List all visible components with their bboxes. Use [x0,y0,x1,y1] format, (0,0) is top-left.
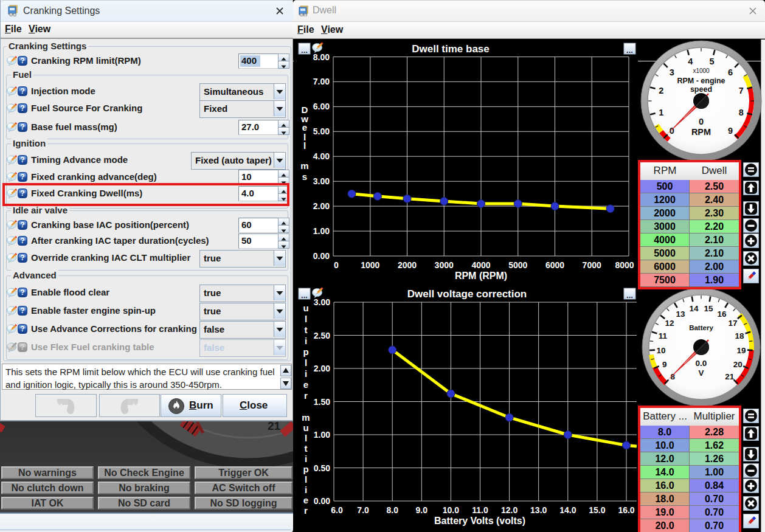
svg-text:?: ? [20,221,24,229]
svg-text:?: ? [20,325,24,333]
svg-text:m: m [302,412,310,423]
svg-text:1.00: 1.00 [313,226,330,236]
svg-text:12.0: 12.0 [501,505,518,515]
svg-text:r: r [304,505,308,516]
svg-text:20: 20 [733,360,742,369]
svg-text:0: 0 [699,117,704,126]
svg-text:0.00: 0.00 [314,496,330,506]
svg-text:?: ? [20,254,24,262]
svg-text:speed: speed [690,85,712,94]
svg-text:?: ? [20,306,24,315]
svg-text:x1000: x1000 [693,67,710,74]
svg-text:?: ? [20,173,24,181]
svg-text:9.0: 9.0 [416,505,428,515]
svg-text:l: l [305,358,307,368]
svg-text:V: V [698,368,704,378]
svg-text:7000: 7000 [583,260,601,270]
svg-text:s: s [302,171,307,182]
svg-text:...: ... [626,46,633,55]
svg-text:?: ? [20,156,24,164]
svg-text:l: l [305,314,307,324]
svg-text:4: 4 [688,57,693,66]
svg-text:l: l [305,433,307,443]
svg-text:i: i [305,454,307,464]
svg-text:1000: 1000 [361,260,379,270]
svg-text:?: ? [20,123,24,131]
svg-text:6000: 6000 [545,260,564,270]
svg-text:16.0: 16.0 [618,505,634,515]
svg-text:13: 13 [676,309,685,319]
svg-text:1: 1 [659,108,663,117]
svg-text:5: 5 [710,57,715,66]
svg-text:5000: 5000 [508,260,527,270]
svg-text:3.00: 3.00 [314,297,330,307]
svg-text:5.00: 5.00 [313,126,330,136]
svg-text:3000: 3000 [435,260,454,270]
svg-text:9: 9 [662,360,667,369]
svg-text:2000: 2000 [398,260,417,270]
svg-text:Dwell time base: Dwell time base [412,43,490,55]
svg-text:e: e [303,379,308,390]
svg-text:p: p [303,464,308,474]
svg-text:9: 9 [728,126,733,136]
svg-text:14.0: 14.0 [559,505,576,515]
svg-text:2.50: 2.50 [314,331,330,340]
svg-text:19: 19 [736,346,746,355]
svg-text:?: ? [20,343,24,351]
svg-text:2.00: 2.00 [314,364,330,373]
svg-text:m: m [300,161,308,171]
svg-text:?: ? [20,288,24,297]
svg-text:...: ... [301,291,308,300]
svg-text:11: 11 [659,331,668,340]
svg-text:4.00: 4.00 [313,151,330,161]
svg-text:6.0: 6.0 [331,505,343,515]
svg-text:u: u [303,303,308,313]
svg-text:15: 15 [704,304,713,313]
svg-text:4000: 4000 [471,260,490,270]
svg-text:?: ? [20,57,24,65]
svg-text:RPM - engine: RPM - engine [677,77,725,85]
svg-text:8000: 8000 [615,260,634,270]
svg-text:...: ... [301,46,308,55]
svg-text:0.00: 0.00 [313,251,330,261]
svg-text:i: i [305,336,307,346]
svg-text:18: 18 [735,331,744,340]
svg-text:13.0: 13.0 [530,505,547,515]
svg-text:e: e [302,122,307,133]
svg-text:1.50: 1.50 [314,397,330,407]
svg-text:21: 21 [268,420,281,432]
svg-text:p: p [303,347,308,357]
svg-text:17: 17 [728,319,737,328]
svg-text:e: e [303,495,308,505]
svg-text:l: l [303,140,306,151]
svg-text:0.50: 0.50 [314,463,330,473]
svg-text:2: 2 [659,86,663,95]
svg-text:i: i [305,368,307,379]
svg-text:21: 21 [725,372,735,381]
svg-text:Dwell voltage correction: Dwell voltage correction [407,288,527,300]
svg-text:?: ? [20,104,24,112]
svg-text:3: 3 [670,67,674,77]
svg-text:l: l [305,474,307,485]
svg-text:8: 8 [739,108,744,117]
svg-text:?: ? [20,87,24,95]
svg-text:12: 12 [665,319,674,328]
svg-text:u: u [303,423,308,433]
svg-text:3.00: 3.00 [313,176,330,186]
svg-text:Battery: Battery [689,324,713,331]
svg-text:...: ... [626,291,633,300]
svg-text:11.0: 11.0 [472,505,488,515]
svg-text:RPM: RPM [691,127,711,137]
svg-text:0.0: 0.0 [696,359,707,368]
svg-text:i: i [305,485,307,495]
svg-text:10.0: 10.0 [443,505,459,515]
svg-text:6: 6 [728,67,733,77]
svg-text:t: t [305,325,308,335]
svg-text:Battery Volts (volts): Battery Volts (volts) [434,516,525,526]
svg-text:8.00: 8.00 [313,52,330,62]
svg-text:7: 7 [739,86,744,95]
svg-text:10: 10 [657,346,666,355]
svg-text:t: t [305,443,308,454]
svg-text:16: 16 [718,309,727,319]
svg-text:r: r [304,390,308,401]
